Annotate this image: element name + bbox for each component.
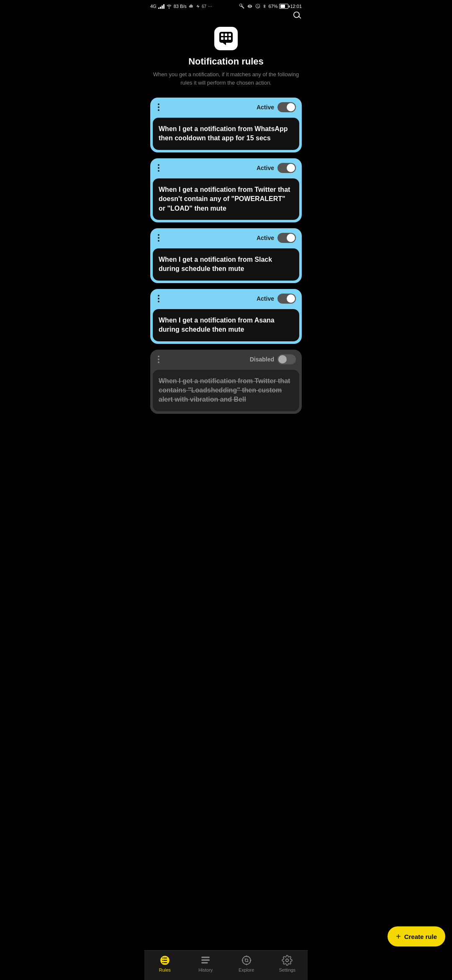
page-title: Notification rules bbox=[188, 56, 264, 67]
rule-card-2: Active When I get a notification from Tw… bbox=[150, 158, 302, 222]
rule-card-1: Active When I get a notification from Wh… bbox=[150, 98, 302, 152]
rule-menu-2[interactable] bbox=[156, 162, 161, 173]
rule-menu-3[interactable] bbox=[156, 232, 161, 243]
status-bar: 4G 83 B/s 67 ··· bbox=[144, 0, 308, 11]
bolt-icon bbox=[196, 3, 200, 9]
svg-rect-4 bbox=[221, 37, 223, 40]
rules-list: Active When I get a notification from Wh… bbox=[144, 93, 308, 451]
rule-status-label-4: Active bbox=[257, 295, 274, 302]
rule-toggle-2[interactable] bbox=[277, 163, 296, 173]
rule-menu-5[interactable] bbox=[156, 354, 161, 365]
rule-menu-4[interactable] bbox=[156, 293, 161, 304]
rule-card-4: Active When I get a notification from As… bbox=[150, 289, 302, 344]
rule-body-4: When I get a notification from Asana dur… bbox=[153, 309, 299, 341]
rule-card-5: Disabled When I get a notification from … bbox=[150, 350, 302, 414]
svg-rect-6 bbox=[229, 37, 231, 40]
rule-toggle-1[interactable] bbox=[277, 102, 296, 112]
app-icon bbox=[214, 27, 238, 50]
speed-text: 83 B/s bbox=[174, 4, 187, 9]
rule-status-2: Active bbox=[257, 163, 296, 173]
dots-icon: ··· bbox=[208, 3, 212, 9]
rule-text-4: When I get a notification from Asana dur… bbox=[159, 316, 293, 335]
rule-toggle-5[interactable] bbox=[277, 354, 296, 364]
page-subtitle: When you get a notification, if it match… bbox=[153, 70, 299, 87]
rule-status-label-1: Active bbox=[257, 104, 274, 111]
search-icon[interactable] bbox=[293, 11, 302, 19]
rule-text-5: When I get a notification from Twitter t… bbox=[159, 377, 293, 405]
rule-body-1: When I get a notification from WhatsApp … bbox=[153, 118, 299, 150]
rule-toggle-3[interactable] bbox=[277, 233, 296, 243]
time: 12:01 bbox=[290, 4, 302, 9]
num-67: 67 bbox=[202, 4, 206, 9]
rule-status-label-3: Active bbox=[257, 235, 274, 241]
rule-header-4: Active bbox=[150, 289, 302, 308]
rule-text-1: When I get a notification from WhatsApp … bbox=[159, 124, 293, 143]
search-row bbox=[144, 11, 308, 23]
svg-rect-3 bbox=[229, 34, 231, 36]
rule-body-2: When I get a notification from Twitter t… bbox=[153, 178, 299, 220]
rule-body-5: When I get a notification from Twitter t… bbox=[153, 370, 299, 411]
rule-text-2: When I get a notification from Twitter t… bbox=[159, 185, 293, 213]
cloud-icon bbox=[188, 4, 194, 9]
app-logo-icon bbox=[218, 31, 234, 46]
status-right: 67% 12:01 bbox=[239, 3, 302, 9]
svg-rect-2 bbox=[225, 34, 227, 36]
signal-text: 4G bbox=[150, 4, 157, 9]
rule-status-4: Active bbox=[257, 294, 296, 304]
rule-card-3: Active When I get a notification from Sl… bbox=[150, 228, 302, 283]
rule-toggle-4[interactable] bbox=[277, 294, 296, 304]
rule-header-5: Disabled bbox=[150, 350, 302, 369]
eye-icon bbox=[247, 4, 253, 9]
svg-rect-5 bbox=[225, 37, 227, 40]
svg-rect-1 bbox=[221, 34, 223, 36]
battery-icon bbox=[279, 4, 288, 9]
key-icon bbox=[239, 3, 245, 9]
svg-marker-7 bbox=[223, 43, 226, 45]
status-left: 4G 83 B/s 67 ··· bbox=[150, 3, 212, 9]
rule-status-3: Active bbox=[257, 233, 296, 243]
alarm-icon bbox=[255, 3, 261, 9]
rule-header-1: Active bbox=[150, 98, 302, 117]
rule-status-5: Disabled bbox=[250, 354, 296, 364]
signal-bars bbox=[158, 4, 164, 9]
rule-status-label-5: Disabled bbox=[250, 356, 274, 363]
battery-percent: 67% bbox=[268, 4, 277, 9]
rule-header-2: Active bbox=[150, 158, 302, 178]
bluetooth-icon bbox=[262, 3, 267, 9]
rule-header-3: Active bbox=[150, 228, 302, 248]
rule-status-label-2: Active bbox=[257, 165, 274, 171]
wifi-icon bbox=[166, 4, 172, 9]
rule-status-1: Active bbox=[257, 102, 296, 112]
rule-text-3: When I get a notification from Slack dur… bbox=[159, 255, 293, 274]
rule-menu-1[interactable] bbox=[156, 102, 161, 113]
app-header: Notification rules When you get a notifi… bbox=[144, 23, 308, 93]
rule-body-3: When I get a notification from Slack dur… bbox=[153, 248, 299, 281]
